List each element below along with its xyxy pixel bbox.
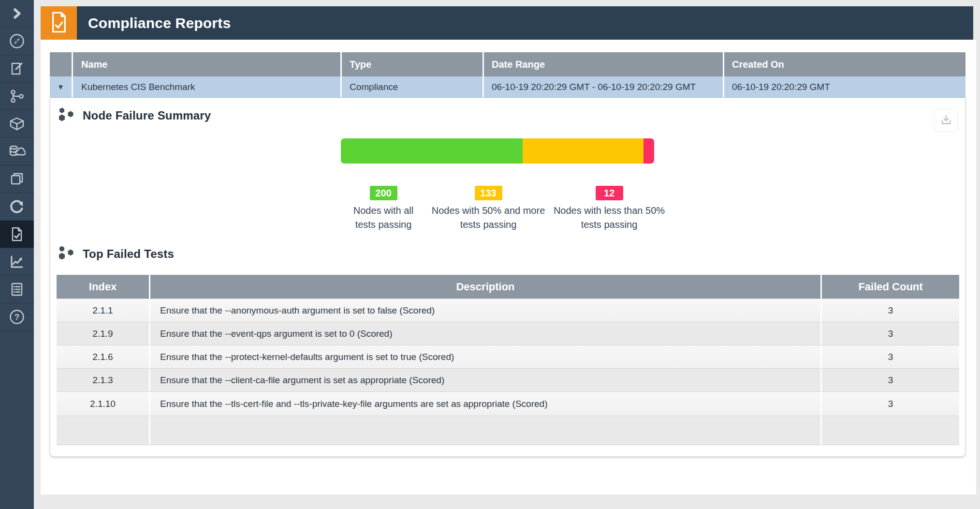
page-header: Compliance Reports — [41, 6, 973, 40]
table-row[interactable]: 2.1.1 Ensure that the --anonymous-auth a… — [57, 299, 959, 322]
sidebar-item-containers[interactable] — [0, 165, 34, 193]
bar-segment-half-passing — [523, 138, 644, 164]
tft-table-header: Index Description Failed Count — [57, 275, 959, 299]
section-title: Top Failed Tests — [83, 247, 174, 261]
report-row-expander[interactable]: ▼ — [50, 76, 73, 97]
table-row[interactable]: 2.1.9 Ensure that the --event-qps argume… — [57, 322, 959, 345]
cloud-storage-icon — [8, 143, 26, 160]
sidebar-item-expand[interactable] — [0, 0, 34, 28]
document-check-icon — [9, 226, 25, 242]
layers-icon — [9, 171, 25, 187]
report-row-name: Kubernetes CIS Benchmark — [73, 76, 342, 97]
refresh-icon — [9, 198, 25, 215]
tft-cell-description: Ensure that the --event-qps argument is … — [150, 322, 822, 345]
tft-cell-description: Ensure that the --anonymous-auth argumen… — [150, 299, 822, 322]
sidebar-item-reports[interactable] — [0, 276, 34, 303]
report-col-created-on: Created On — [724, 52, 965, 76]
chart-line-icon — [9, 254, 25, 270]
report-col-expander — [50, 52, 73, 76]
legend-label: Nodes with 50% and more tests passing — [425, 204, 552, 232]
legend-count-badge: 12 — [596, 186, 623, 200]
report-row-type: Compliance — [342, 76, 484, 97]
report-col-type: Type — [342, 52, 484, 76]
document-check-icon — [49, 11, 69, 36]
legend-count-badge: 133 — [475, 186, 502, 200]
top-failed-tests-table: Index Description Failed Count 2.1.1 Ens… — [57, 275, 959, 445]
table-row[interactable]: 2.1.3 Ensure that the --client-ca-file a… — [57, 368, 959, 391]
tft-col-failed-count: Failed Count — [822, 275, 959, 299]
cube-icon — [8, 116, 26, 132]
sidebar: ? — [0, 0, 34, 509]
topology-icon — [9, 88, 25, 105]
tft-cell-failed-count: 3 — [822, 299, 959, 322]
help-icon: ? — [9, 309, 25, 325]
tft-cell-description: Ensure that the --client-ca-file argumen… — [150, 369, 822, 391]
legend-item-failing: 12 Nodes with less than 50% tests passin… — [550, 186, 669, 232]
table-row[interactable]: 2.1.10 Ensure that the --tls-cert-file a… — [57, 391, 959, 416]
tft-cell-index — [57, 416, 150, 445]
sidebar-item-explore[interactable] — [0, 28, 34, 55]
node-failure-stacked-bar — [341, 138, 654, 164]
top-failed-tests-header: Top Failed Tests — [57, 244, 174, 263]
tft-col-index: Index — [57, 275, 150, 299]
compliance-header-icon-block — [41, 6, 77, 40]
tft-cell-index: 2.1.10 — [57, 392, 150, 416]
tft-cell-failed-count — [822, 416, 959, 445]
sidebar-item-compliance[interactable] — [0, 221, 34, 248]
hexagon-cluster-icon — [57, 244, 83, 263]
node-failure-summary-header: Node Failure Summary — [57, 106, 211, 125]
compass-icon — [9, 33, 25, 49]
sidebar-item-registry[interactable] — [0, 138, 34, 165]
report-row-created-on: 06-10-19 20:20:29 GMT — [724, 76, 965, 97]
sidebar-item-help[interactable]: ? — [0, 303, 34, 331]
tft-cell-failed-count: 3 — [822, 345, 959, 368]
sidebar-item-images[interactable] — [0, 110, 34, 138]
page-title: Compliance Reports — [77, 6, 231, 40]
tft-cell-index: 2.1.6 — [57, 345, 150, 368]
legend-count-badge: 200 — [370, 186, 397, 200]
download-icon — [940, 114, 952, 127]
report-col-date-range: Date Range — [484, 52, 724, 76]
sidebar-item-policies[interactable] — [0, 55, 34, 83]
svg-text:?: ? — [15, 313, 19, 322]
legend-item-half-passing: 133 Nodes with 50% and more tests passin… — [425, 186, 552, 232]
tft-cell-failed-count: 3 — [822, 322, 959, 345]
tft-cell-description — [150, 416, 822, 445]
document-list-icon — [9, 281, 25, 298]
report-table: Name Type Date Range Created On ▼ Kubern… — [50, 52, 965, 98]
bar-segment-failing — [644, 138, 654, 164]
app-root: ? Compliance Reports Name Type Date Rang… — [0, 0, 980, 509]
chevron-right-icon — [9, 6, 25, 21]
tft-cell-description: Ensure that the --tls-cert-file and --tl… — [150, 392, 822, 416]
report-detail-card: Node Failure Summary 200 Nodes with all … — [50, 98, 965, 457]
legend-label: Nodes with all tests passing — [342, 204, 424, 232]
tft-cell-index: 2.1.3 — [57, 369, 150, 391]
legend-label: Nodes with less than 50% tests passing — [550, 204, 669, 232]
sidebar-item-activity[interactable] — [0, 193, 34, 221]
bar-segment-passing — [341, 138, 523, 164]
tft-cell-index: 2.1.1 — [57, 299, 150, 322]
hexagon-cluster-icon — [57, 106, 83, 125]
tft-cell-description: Ensure that the --protect-kernel-default… — [150, 345, 822, 368]
table-row[interactable]: 2.1.6 Ensure that the --protect-kernel-d… — [57, 345, 959, 368]
tft-cell-index: 2.1.9 — [57, 322, 150, 345]
report-table-header: Name Type Date Range Created On — [50, 52, 965, 76]
tft-col-description: Description — [150, 275, 822, 299]
sidebar-item-topology[interactable] — [0, 83, 34, 110]
tft-cell-failed-count: 3 — [822, 392, 959, 416]
report-col-name: Name — [73, 52, 342, 76]
section-title: Node Failure Summary — [83, 109, 211, 122]
legend-item-passing: 200 Nodes with all tests passing — [342, 186, 424, 232]
table-row-empty — [57, 416, 959, 445]
collapse-triangle-icon: ▼ — [57, 83, 64, 91]
report-row-date-range: 06-10-19 20:20:29 GMT - 06-10-19 20:20:2… — [484, 76, 724, 97]
tft-cell-failed-count: 3 — [822, 369, 959, 391]
download-button[interactable] — [934, 109, 958, 132]
sidebar-item-metrics[interactable] — [0, 248, 34, 276]
document-edit-icon — [9, 60, 25, 77]
report-row[interactable]: ▼ Kubernetes CIS Benchmark Compliance 06… — [50, 76, 965, 98]
